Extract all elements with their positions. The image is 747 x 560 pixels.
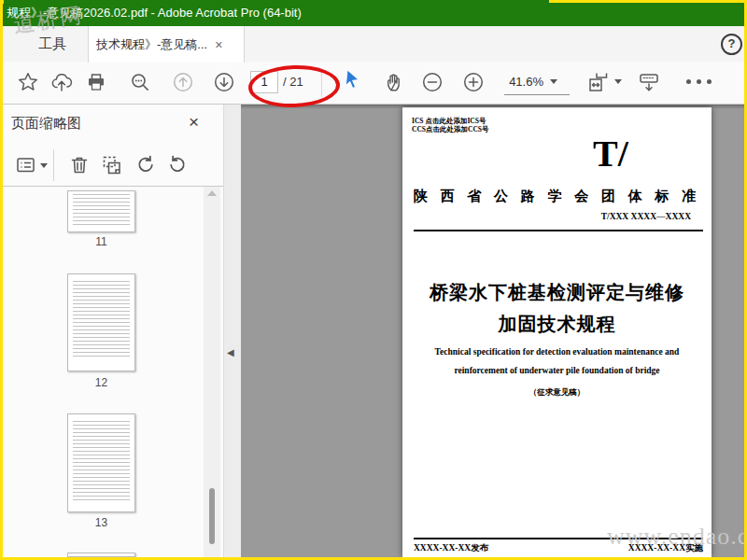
tab-close-icon[interactable]: ×: [215, 38, 222, 51]
scrollbar-thumb[interactable]: [209, 488, 215, 544]
next-page-icon[interactable]: [213, 71, 235, 93]
footer-rule: [414, 538, 703, 539]
panel-divider: [3, 186, 223, 187]
rotate-ccw-icon[interactable]: [134, 154, 157, 176]
thumbnail-label-11: 11: [67, 235, 135, 248]
document-pane[interactable]: ICS 点击此处添加ICS号 CCS点击此处添加CCS号 T/ 陕 西 省 公 …: [241, 105, 744, 557]
search-icon[interactable]: [129, 71, 151, 93]
zoom-dropdown-caret-icon[interactable]: [550, 79, 557, 84]
panel-scrollbar[interactable]: [204, 187, 220, 557]
panel-close-icon[interactable]: ×: [189, 113, 199, 132]
doc-title-line2: 加固技术规程: [402, 312, 712, 337]
main-toolbar: [0, 62, 747, 105]
pdf-page[interactable]: ICS 点击此处添加ICS号 CCS点击此处添加CCS号 T/ 陕 西 省 公 …: [402, 107, 712, 557]
rotate-cw-icon[interactable]: [166, 154, 189, 176]
options-caret-icon[interactable]: [40, 163, 48, 168]
thumbnail-page-14-partial[interactable]: [67, 553, 135, 557]
thumbnails-panel-title: 页面缩略图: [11, 105, 81, 142]
thumbnail-page-11[interactable]: [67, 190, 135, 232]
delete-pages-icon[interactable]: [68, 154, 91, 176]
thumbnail-page-12[interactable]: [67, 273, 135, 371]
scrolling-mode-icon[interactable]: [638, 71, 660, 93]
fit-dropdown-caret-icon[interactable]: [614, 79, 622, 84]
window-title: 规程》-意见稿2026.02.pdf - Adobe Acrobat Pro (…: [0, 0, 747, 26]
standard-number: T/XXX XXXX—XXXX: [601, 212, 691, 221]
ccs-line: CCS点击此处添加CCS号: [412, 125, 489, 134]
issue-date: XXXX-XX-XX发布: [414, 542, 488, 554]
page-number-input[interactable]: 1: [250, 71, 278, 93]
doc-title-en-line1: Technical specification for detection ev…: [402, 347, 712, 357]
thumbnail-content: [73, 281, 130, 358]
help-icon[interactable]: ?: [721, 34, 742, 55]
print-icon[interactable]: [85, 71, 107, 93]
thumbnail-content: [73, 194, 130, 227]
scroll-up-icon[interactable]: [207, 190, 217, 196]
collapse-panel-icon[interactable]: ◀: [227, 347, 234, 357]
tab-tools[interactable]: 工具: [17, 26, 88, 62]
thumbnails-panel: 页面缩略图 × 11 12 13: [3, 105, 224, 557]
thumbnail-label-13: 13: [67, 516, 135, 529]
more-tools-icon[interactable]: [686, 79, 722, 84]
draft-note: （征求意见稿）: [402, 387, 712, 399]
doc-title-en-line2: reinforcement of underwater pile foundat…: [402, 366, 712, 375]
zoom-out-icon[interactable]: [421, 71, 444, 93]
thumbnail-options-icon[interactable]: [15, 154, 37, 176]
thumbnail-content: [73, 421, 130, 499]
previous-page-icon[interactable]: [172, 71, 194, 93]
panel-splitter[interactable]: ◀: [224, 105, 241, 557]
share-upload-icon[interactable]: [50, 71, 73, 93]
standard-org-line: 陕 西 省 公 路 学 会 团 体 标 准: [402, 188, 712, 205]
header-rule: [414, 230, 703, 231]
zoom-level-value[interactable]: 41.6%: [504, 71, 543, 93]
toolbar-separator: [321, 68, 322, 97]
panel-toolbar-separator: [53, 149, 54, 181]
select-tool-cursor-icon[interactable]: [342, 69, 364, 91]
fit-width-icon[interactable]: [587, 71, 610, 93]
tab-document-label: 技术规程》-意见稿...: [96, 36, 207, 53]
thumbnail-page-13[interactable]: [67, 413, 135, 512]
zoom-underline: [504, 94, 570, 95]
crop-pages-icon[interactable]: [101, 154, 123, 176]
star-favorites-icon[interactable]: [17, 71, 39, 93]
page-total-label: / 21: [283, 71, 303, 93]
hand-tool-icon[interactable]: [384, 71, 406, 93]
implementation-date: XXXX-XX-XX实施: [628, 542, 703, 554]
thumbnail-label-12: 12: [67, 376, 135, 389]
standard-t-mark: T/: [593, 132, 628, 175]
zoom-in-icon[interactable]: [462, 71, 485, 93]
doc-title-line1: 桥梁水下桩基检测评定与维修: [402, 280, 712, 305]
tab-document[interactable]: 技术规程》-意见稿... ×: [88, 26, 245, 63]
acrobat-window: 规程》-意见稿2026.02.pdf - Adobe Acrobat Pro (…: [0, 0, 747, 560]
